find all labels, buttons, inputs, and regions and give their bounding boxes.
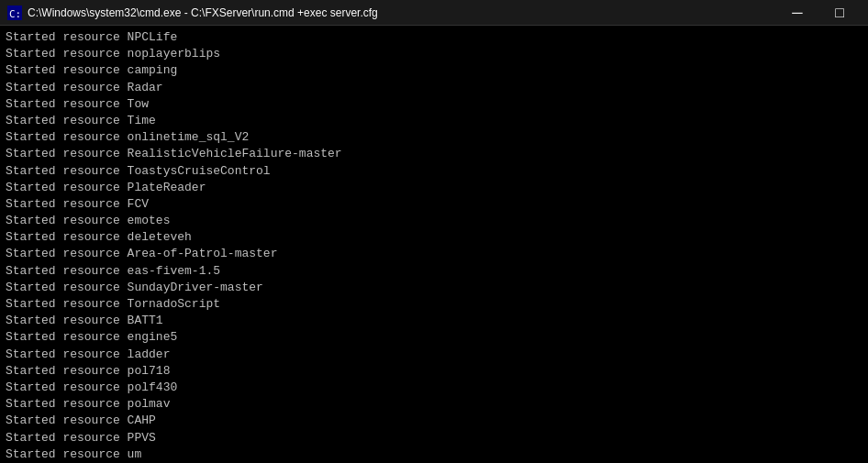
console-line: Started resource onlinetime_sql_V2 — [6, 129, 862, 146]
console-line: Started resource PPVS — [6, 430, 862, 446]
console-line: Started resource Area-of-Patrol-master — [6, 246, 862, 262]
minimize-button[interactable]: ─ — [776, 0, 818, 26]
svg-text:C:: C: — [9, 8, 21, 20]
console-line: Started resource CAHP — [6, 413, 862, 429]
console-line: Started resource pol718 — [6, 363, 862, 380]
console-line: Started resource emotes — [6, 213, 862, 229]
title-bar-controls: ─ □ — [776, 0, 861, 26]
title-bar-text: C:\Windows\system32\cmd.exe - C:\FXServe… — [28, 6, 378, 19]
console-line: Started resource polf430 — [6, 380, 862, 396]
console-line: Started resource SundayDriver-master — [6, 280, 862, 296]
console-line: Started resource ToastysCruiseControl — [6, 163, 862, 180]
console-line: Started resource BATT1 — [6, 313, 862, 329]
console-line: Started resource Radar — [6, 80, 862, 96]
console-line: Started resource eas-fivem-1.5 — [6, 263, 862, 280]
console-line: Started resource noplayerblips — [6, 46, 862, 62]
cmd-icon: C: — [7, 6, 22, 20]
console-line: Started resource um — [6, 446, 862, 463]
console-line: Started resource TornadoScript — [6, 296, 862, 313]
console-line: Started resource camping — [6, 62, 862, 79]
console-line: Started resource RealisticVehicleFailure… — [6, 146, 862, 162]
console-line: Started resource FCV — [6, 196, 862, 213]
title-bar-left: C: C:\Windows\system32\cmd.exe - C:\FXSe… — [7, 6, 378, 20]
console-line: Started resource Tow — [6, 96, 862, 113]
title-bar: C: C:\Windows\system32\cmd.exe - C:\FXSe… — [0, 0, 868, 26]
maximize-button[interactable]: □ — [818, 0, 861, 26]
console-output: Started resource NPCLifeStarted resource… — [0, 26, 868, 463]
console-line: Started resource NPCLife — [6, 29, 862, 46]
console-line: Started resource deleteveh — [6, 229, 862, 246]
console-line: Started resource engine5 — [6, 329, 862, 346]
console-line: Started resource Time — [6, 113, 862, 129]
console-line: Started resource ladder — [6, 347, 862, 363]
console-line: Started resource polmav — [6, 396, 862, 413]
cmd-window: C: C:\Windows\system32\cmd.exe - C:\FXSe… — [0, 0, 868, 463]
console-line: Started resource PlateReader — [6, 180, 862, 196]
